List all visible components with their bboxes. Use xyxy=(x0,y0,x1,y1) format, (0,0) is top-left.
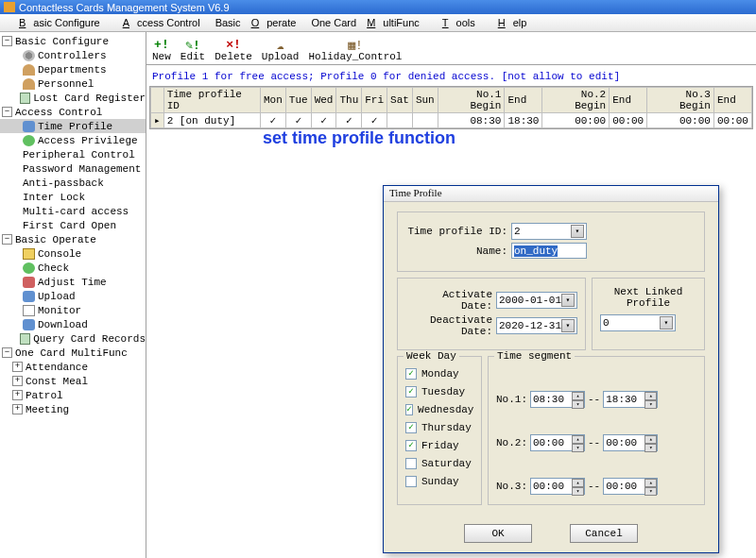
toolbar-upload[interactable]: ☁Upload xyxy=(262,38,300,62)
tree-lost-card[interactable]: Lost Card Register xyxy=(33,93,146,104)
expand-icon[interactable]: + xyxy=(12,376,23,386)
checkbox-friday[interactable]: ✓Friday xyxy=(405,437,473,454)
tree-inter-lock[interactable]: Inter Lock xyxy=(23,192,85,203)
checkbox-monday[interactable]: ✓Monday xyxy=(405,365,473,382)
titlebar: Contactless Cards Management System V6.9 xyxy=(0,0,756,14)
expand-icon[interactable]: + xyxy=(12,390,23,400)
collapse-icon[interactable]: − xyxy=(2,36,12,46)
col-end3[interactable]: End xyxy=(713,88,751,113)
profile-grid[interactable]: Time profile ID Mon Tue Wed Thu Fri Sat … xyxy=(149,86,753,129)
toolbar-delete[interactable]: ×!Delete xyxy=(215,38,252,62)
tree-download[interactable]: Download xyxy=(38,319,88,330)
menu-basic-operate[interactable]: Basic Operate xyxy=(208,15,304,30)
label-name: Name: xyxy=(405,245,507,257)
row-marker-icon: ▸ xyxy=(151,113,164,128)
tree-const-meal[interactable]: Const Meal xyxy=(26,376,88,387)
col-profile-id[interactable]: Time profile ID xyxy=(163,88,260,113)
tree-multi-card[interactable]: Multi-card access xyxy=(23,206,129,217)
label-no1: No.1: xyxy=(496,394,527,405)
cancel-button[interactable]: Cancel xyxy=(570,524,638,543)
next-linked-combo[interactable]: 0▾ xyxy=(600,314,676,331)
tree-personnel[interactable]: Personnel xyxy=(38,78,94,90)
up-icon: ▴ xyxy=(644,435,657,444)
app-icon xyxy=(4,2,15,12)
dialog-title: Time Profile xyxy=(384,186,718,202)
checkbox-tuesday[interactable]: ✓Tuesday xyxy=(405,383,473,400)
collapse-icon[interactable]: − xyxy=(2,234,12,245)
nav-tree[interactable]: −Basic Configure Controllers Departments… xyxy=(0,32,146,558)
tree-meeting[interactable]: Meeting xyxy=(26,404,69,415)
expand-icon[interactable]: + xyxy=(12,362,23,372)
menu-access-control[interactable]: Access Control xyxy=(108,15,208,30)
cell-e1: 18:30 xyxy=(505,113,542,128)
menu-help[interactable]: Help xyxy=(483,15,535,30)
checkbox-wednesday[interactable]: ✓Wednesday xyxy=(405,401,473,418)
time-3-end[interactable]: 00:00▴▾ xyxy=(603,478,658,495)
tree-password-mgmt[interactable]: Password Management xyxy=(23,163,141,175)
col-thu[interactable]: Thu xyxy=(336,88,362,113)
expand-icon[interactable]: + xyxy=(12,404,23,414)
tree-first-card[interactable]: First Card Open xyxy=(23,220,116,231)
tree-monitor[interactable]: Monitor xyxy=(38,305,81,316)
col-no2-begin[interactable]: No.2 Begin xyxy=(542,88,610,113)
label-no3: No.3: xyxy=(496,481,527,492)
col-end1[interactable]: End xyxy=(505,88,542,113)
tree-time-profile[interactable]: Time Profile xyxy=(38,121,112,132)
tree-attendance[interactable]: Attendance xyxy=(26,362,88,373)
tree-access-control[interactable]: Access Control xyxy=(15,107,102,118)
time-2-start[interactable]: 00:00▴▾ xyxy=(530,434,585,451)
tree-adjust-time[interactable]: Adjust Time xyxy=(38,277,107,288)
menu-one-card[interactable]: One Card MultiFunc xyxy=(303,15,426,30)
collapse-icon[interactable]: − xyxy=(2,107,12,117)
checkbox-sunday[interactable]: Sunday xyxy=(405,473,473,490)
tree-anti-passback[interactable]: Anti-passback xyxy=(23,178,104,189)
toolbar-edit[interactable]: ✎!Edit xyxy=(180,38,205,62)
col-tue[interactable]: Tue xyxy=(285,88,311,113)
tree-peripheral[interactable]: Peripheral Control xyxy=(23,149,135,161)
col-mon[interactable]: Mon xyxy=(261,88,286,113)
tree-patrol[interactable]: Patrol xyxy=(26,390,63,401)
profile-id-combo[interactable]: 2▾ xyxy=(511,223,587,240)
controllers-icon xyxy=(23,50,35,61)
time-2-end[interactable]: 00:00▴▾ xyxy=(603,434,658,451)
deactivate-date-combo[interactable]: 2020-12-31▾ xyxy=(496,317,577,334)
menu-tools[interactable]: Tools xyxy=(427,15,483,30)
tree-check[interactable]: Check xyxy=(38,262,69,274)
download-icon xyxy=(23,319,35,330)
time-1-end[interactable]: 18:30▴▾ xyxy=(603,391,658,408)
check-icon xyxy=(23,262,35,274)
lost-card-icon xyxy=(20,93,30,104)
time-profile-icon xyxy=(23,121,35,132)
tree-access-priv[interactable]: Access Privilege xyxy=(38,135,138,146)
activate-date-combo[interactable]: 2000-01-01▾ xyxy=(496,292,577,309)
time-1-start[interactable]: 08:30▴▾ xyxy=(530,391,585,408)
label-no2: No.2: xyxy=(496,437,527,448)
time-3-start[interactable]: 00:00▴▾ xyxy=(530,478,585,495)
table-row[interactable]: ▸ 2 [on duty] ✓ ✓ ✓ ✓ ✓ 08:30 18:30 00:0… xyxy=(151,113,752,128)
name-input[interactable]: on_duty xyxy=(511,243,587,259)
tree-query[interactable]: Query Card Records xyxy=(33,333,146,345)
col-fri[interactable]: Fri xyxy=(362,88,387,113)
checkbox-thursday[interactable]: ✓Thursday xyxy=(405,419,473,436)
tree-console[interactable]: Console xyxy=(38,248,81,260)
col-no1-begin[interactable]: No.1 Begin xyxy=(438,88,505,113)
menu-basic-configure[interactable]: Basic Configure xyxy=(4,15,108,30)
checkbox-saturday[interactable]: Saturday xyxy=(405,455,473,472)
tree-one-card[interactable]: One Card MultiFunc xyxy=(15,347,128,359)
ok-button[interactable]: OK xyxy=(464,524,532,543)
tree-controllers[interactable]: Controllers xyxy=(38,50,107,61)
col-wed[interactable]: Wed xyxy=(311,88,336,113)
adjust-time-icon xyxy=(23,277,35,288)
col-no3-begin[interactable]: No.3 Begin xyxy=(647,88,714,113)
col-end2[interactable]: End xyxy=(610,88,647,113)
collapse-icon[interactable]: − xyxy=(2,347,12,358)
tree-upload[interactable]: Upload xyxy=(38,291,76,302)
col-sun[interactable]: Sun xyxy=(412,88,438,113)
toolbar-holiday[interactable]: ▦!Holiday_Control xyxy=(308,38,402,62)
tree-basic-configure[interactable]: Basic Configure xyxy=(15,36,109,47)
tree-departments[interactable]: Departments xyxy=(38,64,107,76)
window-title: Contactless Cards Management System V6.9 xyxy=(19,2,230,13)
tree-basic-operate[interactable]: Basic Operate xyxy=(15,234,96,245)
col-sat[interactable]: Sat xyxy=(387,88,413,113)
toolbar-new[interactable]: +!New xyxy=(152,38,171,62)
